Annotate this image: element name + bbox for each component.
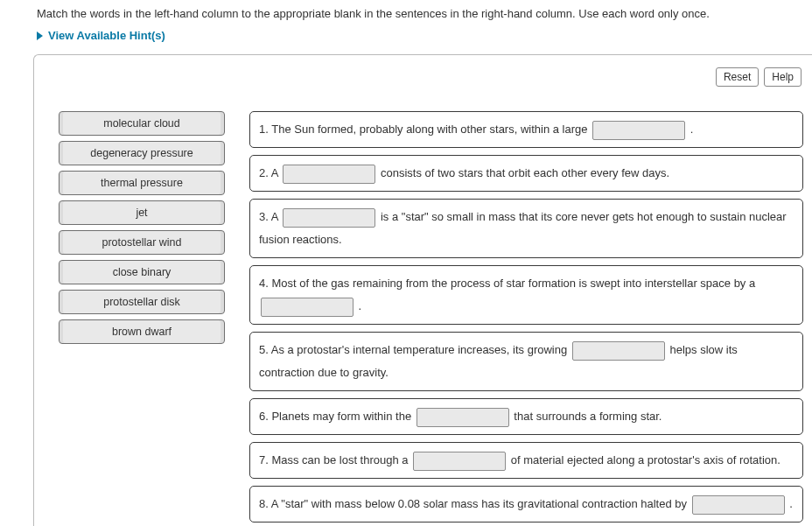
sentence-text: 1. The Sun formed, probably along with o… bbox=[259, 123, 591, 136]
hints-label: View Available Hint(s) bbox=[48, 29, 165, 42]
sentence-text: 6. Planets may form within the bbox=[259, 410, 415, 423]
word-item[interactable]: protostellar disk bbox=[59, 290, 225, 314]
chevron-right-icon bbox=[37, 32, 43, 40]
word-item[interactable]: close binary bbox=[59, 260, 225, 284]
word-item[interactable]: jet bbox=[59, 200, 225, 225]
word-item[interactable]: degeneracy pressure bbox=[59, 141, 225, 165]
sentence-text: . bbox=[787, 497, 793, 510]
blank-dropzone[interactable] bbox=[413, 452, 506, 471]
instructions-text: Match the words in the left-hand column … bbox=[0, 7, 812, 29]
sentence-text: . bbox=[687, 123, 693, 136]
reset-button[interactable]: Reset bbox=[716, 67, 759, 87]
sentence-5: 5. As a protostar's internal temperature… bbox=[249, 332, 803, 391]
word-bank: molecular cloud degeneracy pressure ther… bbox=[50, 111, 225, 344]
sentence-text: 8. A "star" with mass below 0.08 solar m… bbox=[259, 497, 690, 510]
word-item[interactable]: thermal pressure bbox=[59, 171, 225, 195]
sentence-6: 6. Planets may form within the that surr… bbox=[249, 398, 803, 435]
sentence-column: 1. The Sun formed, probably along with o… bbox=[249, 111, 803, 522]
sentence-text: 2. A bbox=[259, 166, 281, 179]
sentence-1: 1. The Sun formed, probably along with o… bbox=[249, 111, 803, 148]
sentence-text: 5. As a protostar's internal temperature… bbox=[259, 343, 570, 356]
word-item[interactable]: molecular cloud bbox=[59, 111, 225, 136]
blank-dropzone[interactable] bbox=[416, 408, 509, 427]
word-item[interactable]: protostellar wind bbox=[59, 230, 225, 255]
sentence-text: consists of two stars that orbit each ot… bbox=[377, 166, 669, 179]
sentence-text: 3. A bbox=[259, 210, 281, 223]
sentence-text: 7. Mass can be lost through a bbox=[259, 453, 411, 466]
sentence-text: that surrounds a forming star. bbox=[511, 410, 662, 423]
blank-dropzone[interactable] bbox=[261, 298, 354, 317]
sentence-4: 4. Most of the gas remaining from the pr… bbox=[249, 265, 803, 325]
blank-dropzone[interactable] bbox=[283, 165, 375, 184]
exercise-panel: Reset Help molecular cloud degeneracy pr… bbox=[33, 54, 812, 526]
word-item[interactable]: brown dwarf bbox=[59, 319, 225, 344]
blank-dropzone[interactable] bbox=[572, 341, 665, 361]
sentence-8: 8. A "star" with mass below 0.08 solar m… bbox=[249, 486, 803, 522]
sentence-3: 3. A is a "star" so small in mass that i… bbox=[249, 199, 803, 258]
sentence-text: . bbox=[355, 299, 361, 312]
blank-dropzone[interactable] bbox=[692, 495, 785, 515]
sentence-2: 2. A consists of two stars that orbit ea… bbox=[249, 155, 803, 192]
sentence-7: 7. Mass can be lost through a of materia… bbox=[249, 442, 803, 479]
blank-dropzone[interactable] bbox=[592, 121, 685, 140]
sentence-text: 4. Most of the gas remaining from the pr… bbox=[259, 277, 755, 290]
view-hints-toggle[interactable]: View Available Hint(s) bbox=[0, 29, 812, 54]
blank-dropzone[interactable] bbox=[283, 208, 375, 228]
sentence-text: of material ejected along a protostar's … bbox=[508, 453, 780, 466]
help-button[interactable]: Help bbox=[764, 67, 802, 87]
